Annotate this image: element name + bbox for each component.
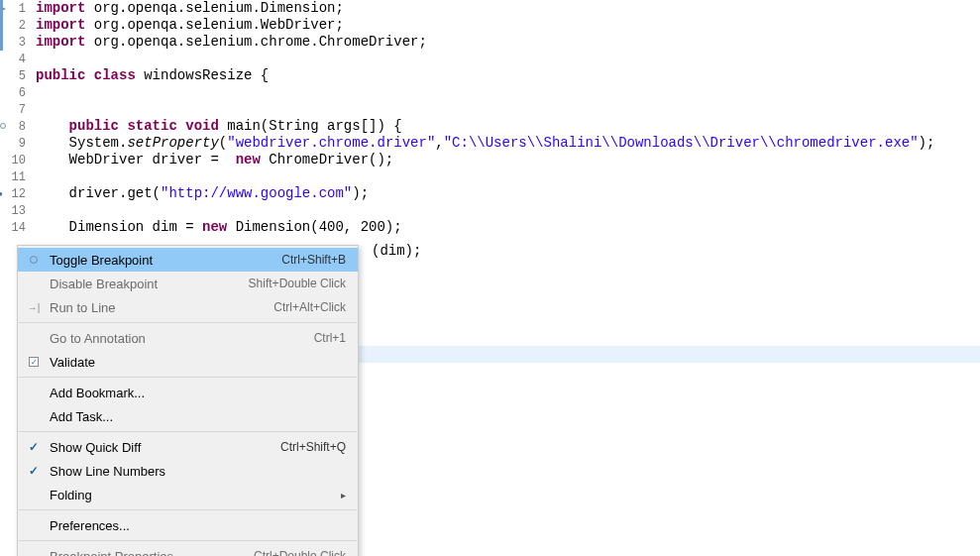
menu-item-shortcut: Ctrl+Double Click (254, 549, 346, 556)
gutter-context-menu: Toggle BreakpointCtrl+Shift+BDisable Bre… (17, 245, 359, 556)
menu-separator (19, 377, 357, 378)
gutter-line-7[interactable]: 7 (0, 101, 30, 118)
menu-item-label: Toggle Breakpoint (46, 253, 281, 268)
gutter-line-13[interactable]: 13 (0, 202, 30, 219)
gutter-line-8[interactable]: 8 (0, 118, 30, 135)
code-line-12[interactable]: driver.get("http://www.google.com"); (36, 185, 980, 202)
menu-item-show-line-numbers[interactable]: ✓Show Line Numbers (18, 459, 358, 483)
menu-item-add-bookmark[interactable]: Add Bookmark... (18, 381, 358, 404)
code-line-8[interactable]: public static void main(String args[]) { (36, 118, 980, 135)
check-icon: ✓ (29, 464, 39, 478)
gutter-line-6[interactable]: 6 (0, 84, 30, 101)
gutter-line-12[interactable]: 12● (0, 185, 30, 202)
menu-item-label: Add Bookmark... (46, 386, 346, 400)
code-line-3[interactable]: import org.openqa.selenium.chrome.Chrome… (36, 34, 980, 51)
menu-item-shortcut: Ctrl+1 (314, 331, 346, 345)
code-editor: 1▸23456789101112●1314 (dim); import org.… (0, 0, 980, 556)
gutter-line-14[interactable]: 14 (0, 219, 30, 236)
menu-item-label: Validate (46, 355, 346, 370)
menu-item-shortcut: Ctrl+Shift+B (281, 253, 346, 267)
code-line-4[interactable] (36, 51, 980, 67)
fold-marker-icon: ▸ (2, 5, 10, 13)
gutter-line-5[interactable]: 5 (0, 67, 30, 84)
code-line-6[interactable] (36, 84, 980, 101)
menu-item-go-to-annotation: Go to AnnotationCtrl+1 (18, 326, 358, 350)
menu-separator (19, 509, 357, 510)
gutter-line-2[interactable]: 2 (0, 17, 30, 34)
code-line-5[interactable]: public class windowsResize { (36, 67, 980, 84)
menu-item-label: Show Quick Diff (46, 440, 280, 455)
menu-item-shortcut: Shift+Double Click (249, 277, 346, 290)
checkbox-icon: ✓ (29, 357, 39, 367)
menu-item-folding[interactable]: Folding▸ (18, 483, 358, 506)
gutter-line-10[interactable]: 10 (0, 152, 30, 168)
menu-item-toggle-breakpoint[interactable]: Toggle BreakpointCtrl+Shift+B (18, 248, 358, 272)
menu-separator (19, 540, 357, 541)
menu-item-run-to-line: →|Run to LineCtrl+Alt+Click (18, 295, 358, 319)
menu-separator (19, 431, 357, 432)
code-line-10[interactable]: WebDriver driver = new ChromeDriver(); (36, 152, 980, 168)
gutter-line-1[interactable]: 1▸ (0, 0, 30, 17)
gutter-line-3[interactable]: 3 (0, 34, 30, 51)
code-line-1[interactable]: import org.openqa.selenium.Dimension; (36, 0, 980, 17)
code-line-2[interactable]: import org.openqa.selenium.WebDriver; (36, 17, 980, 34)
menu-item-shortcut: Ctrl+Shift+Q (280, 440, 346, 454)
menu-item-label: Disable Breakpoint (46, 277, 249, 291)
code-line-14[interactable]: Dimension dim = new Dimension(400, 200); (36, 219, 980, 236)
code-fragment-line-15: (dim); (372, 243, 421, 260)
breakpoint-icon (30, 256, 38, 264)
code-line-7[interactable] (36, 101, 980, 118)
menu-separator (19, 322, 357, 323)
check-icon: ✓ (29, 440, 39, 454)
menu-item-label: Preferences... (46, 518, 346, 533)
menu-item-label: Folding (46, 488, 341, 502)
menu-item-label: Add Task... (46, 409, 346, 424)
code-line-13[interactable] (36, 202, 980, 219)
run-to-line-icon: →| (28, 302, 41, 313)
menu-item-label: Run to Line (46, 300, 273, 315)
menu-item-label: Breakpoint Properties... (46, 549, 254, 557)
code-line-11[interactable] (36, 168, 980, 185)
menu-item-validate[interactable]: ✓Validate (18, 350, 358, 374)
info-marker-icon: ● (0, 190, 6, 198)
menu-item-show-quick-diff[interactable]: ✓Show Quick DiffCtrl+Shift+Q (18, 435, 358, 459)
gutter-line-11[interactable]: 11 (0, 168, 30, 185)
gutter-line-9[interactable]: 9 (0, 135, 30, 152)
code-line-9[interactable]: System.setProperty("webdriver.chrome.dri… (36, 135, 980, 152)
menu-item-add-task[interactable]: Add Task... (18, 404, 358, 428)
submenu-arrow-icon: ▸ (341, 490, 346, 500)
menu-item-label: Go to Annotation (46, 331, 314, 346)
menu-item-shortcut: Ctrl+Alt+Click (273, 300, 346, 314)
gutter-line-4[interactable]: 4 (0, 51, 30, 67)
menu-item-label: Show Line Numbers (46, 464, 346, 479)
menu-item-disable-breakpoint: Disable BreakpointShift+Double Click (18, 272, 358, 295)
method-marker-icon (0, 123, 8, 131)
menu-item-preferences[interactable]: Preferences... (18, 513, 358, 537)
menu-item-breakpoint-properties: Breakpoint Properties...Ctrl+Double Clic… (18, 544, 358, 556)
